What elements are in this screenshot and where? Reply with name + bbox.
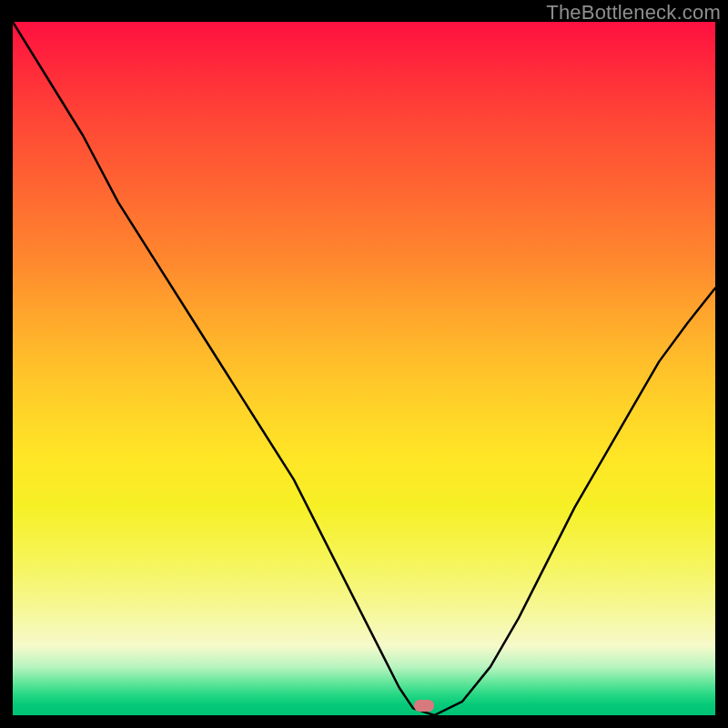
bottleneck-curve — [13, 22, 715, 715]
plot-area — [13, 22, 715, 715]
bottleneck-curve-path — [13, 22, 715, 715]
optimal-marker — [414, 700, 434, 712]
chart-stage: TheBottleneck.com — [0, 0, 728, 728]
